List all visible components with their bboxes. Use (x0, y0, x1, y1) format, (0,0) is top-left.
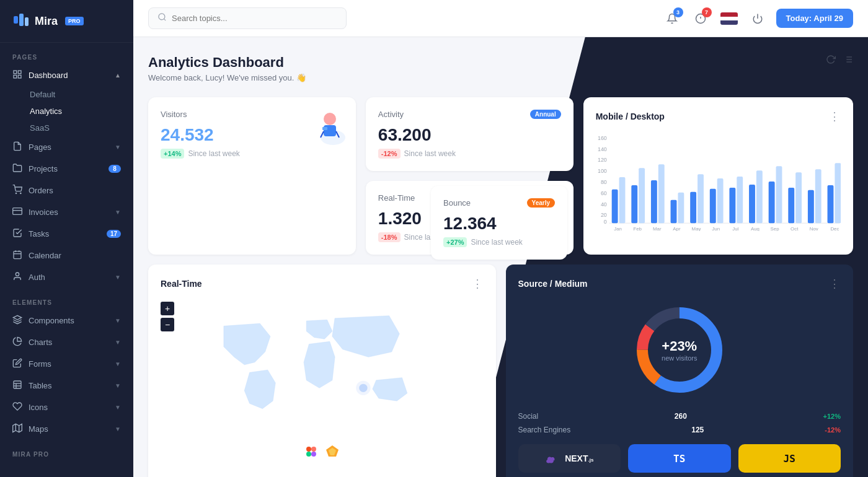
pages-section-label: PAGES (0, 43, 133, 64)
svg-text:120: 120 (598, 157, 607, 163)
sidebar-item-invoices[interactable]: Invoices ▼ (0, 201, 133, 223)
notifications-button[interactable]: 3 (662, 9, 682, 28)
sidebar-item-components[interactable]: Components ▼ (0, 310, 133, 331)
visitors-card: Visitors 24.532 (148, 97, 356, 255)
sidebar: Mira PRO PAGES Dashboard ▲ Default Analy… (0, 0, 133, 477)
search-box[interactable] (148, 7, 347, 29)
sidebar-sub-default[interactable]: Default (0, 86, 133, 103)
svg-rect-58 (670, 200, 676, 224)
svg-rect-68 (768, 182, 774, 223)
sidebar-item-projects[interactable]: Projects 8 (0, 158, 133, 180)
svg-rect-17 (14, 381, 21, 388)
filter-icon[interactable] (843, 55, 853, 67)
svg-point-8 (20, 193, 21, 193)
chevron-icon: ▼ (115, 274, 121, 281)
svg-text:Jan: Jan (614, 226, 622, 231)
edit-icon (12, 358, 22, 370)
sidebar-sub-analytics[interactable]: Analytics (0, 103, 133, 120)
svg-rect-63 (717, 178, 723, 223)
search-icon (157, 12, 167, 24)
source-social-name: Social (518, 412, 539, 421)
source-social-value: 260 (675, 412, 687, 421)
sidebar-item-tables[interactable]: Tables ▼ (0, 375, 133, 396)
sidebar-item-tasks[interactable]: Tasks 17 (0, 223, 133, 245)
search-input[interactable] (172, 14, 337, 23)
svg-rect-65 (737, 177, 743, 223)
sidebar-item-orders[interactable]: Orders (0, 180, 133, 201)
map-icon (12, 423, 22, 435)
visitors-change: +14% Since last week (161, 149, 343, 159)
source-title: Source / Medium (518, 279, 588, 289)
notifications-count: 3 (673, 7, 683, 17)
chevron-icon: ▼ (115, 382, 121, 389)
tables-label: Tables (29, 381, 108, 390)
check-square-icon (12, 228, 22, 240)
alerts-button[interactable]: 7 (691, 9, 711, 28)
sidebar-item-pages[interactable]: Pages ▼ (0, 136, 133, 158)
map-zoom-in-button[interactable]: + (161, 302, 174, 315)
realtime-title: Real-Time (378, 193, 415, 203)
svg-rect-56 (651, 180, 657, 223)
sidebar-item-dashboard[interactable]: Dashboard ▲ (0, 64, 133, 86)
header: 3 7 Today: April 29 (133, 0, 868, 37)
sidebar-item-forms[interactable]: Forms ▼ (0, 353, 133, 375)
svg-text:Aug: Aug (751, 226, 760, 231)
svg-rect-55 (639, 168, 645, 223)
svg-marker-16 (13, 315, 21, 320)
pie-chart-icon (12, 336, 22, 348)
sidebar-sub-saas[interactable]: SaaS (0, 120, 133, 136)
source-search-change: -12% (825, 426, 841, 434)
svg-rect-71 (795, 172, 802, 223)
table-icon (12, 380, 22, 392)
chevron-icon: ▼ (115, 361, 121, 367)
svg-text:Jul: Jul (732, 226, 738, 231)
pro-badge: PRO (65, 17, 84, 25)
map-options-button[interactable]: ⋮ (472, 277, 484, 291)
svg-rect-53 (619, 177, 625, 223)
sidebar-item-charts[interactable]: Charts ▼ (0, 331, 133, 353)
svg-point-7 (16, 193, 16, 193)
svg-rect-52 (611, 190, 618, 223)
sidebar-item-maps[interactable]: Maps ▼ (0, 418, 133, 440)
chart-options-button[interactable]: ⋮ (829, 110, 841, 123)
file-icon (12, 141, 22, 153)
activity-badge: Annual (530, 110, 561, 119)
svg-text:80: 80 (601, 179, 607, 185)
source-options-button[interactable]: ⋮ (829, 277, 841, 291)
alerts-count: 7 (702, 7, 712, 17)
svg-rect-73 (815, 169, 821, 223)
svg-point-91 (311, 447, 316, 452)
sidebar-item-icons[interactable]: Icons ▼ (0, 396, 133, 418)
activity-title: Activity (378, 110, 404, 119)
tasks-badge: 17 (107, 230, 121, 238)
flag-icon (720, 12, 738, 25)
svg-point-90 (306, 447, 311, 452)
tasks-label: Tasks (29, 229, 100, 239)
heart-icon (12, 401, 22, 413)
flag-button[interactable] (719, 9, 739, 28)
map-zoom-out-button[interactable]: − (161, 318, 174, 331)
svg-rect-54 (631, 185, 637, 223)
bounce-card-wrapper: Bounce Yearly 12.364 +27% Since last wee… (431, 186, 567, 260)
svg-text:Nov: Nov (809, 226, 818, 231)
activity-change: -12% Since last week (378, 149, 561, 159)
svg-point-24 (159, 14, 165, 20)
header-actions: 3 7 Today: April 29 (662, 9, 853, 28)
page-header: Analytics Dashboard Welcome back, Lucy! … (148, 55, 853, 82)
today-button[interactable]: Today: April 29 (776, 9, 853, 28)
forms-label: Forms (29, 359, 108, 369)
auth-label: Auth (29, 273, 108, 282)
logo[interactable]: Mira PRO (0, 0, 133, 43)
chevron-icon: ▼ (115, 426, 121, 432)
activity-header: Activity Annual (378, 110, 561, 119)
refresh-icon[interactable] (826, 55, 836, 67)
activity-value: 63.200 (378, 125, 561, 145)
sidebar-item-auth[interactable]: Auth ▼ (0, 266, 133, 288)
svg-point-15 (16, 273, 19, 276)
svg-rect-5 (14, 75, 17, 78)
sidebar-item-calendar[interactable]: Calendar (0, 245, 133, 266)
power-button[interactable] (748, 9, 768, 28)
calendar-label: Calendar (29, 251, 121, 260)
calendar-icon (12, 250, 22, 261)
svg-line-25 (164, 19, 166, 20)
